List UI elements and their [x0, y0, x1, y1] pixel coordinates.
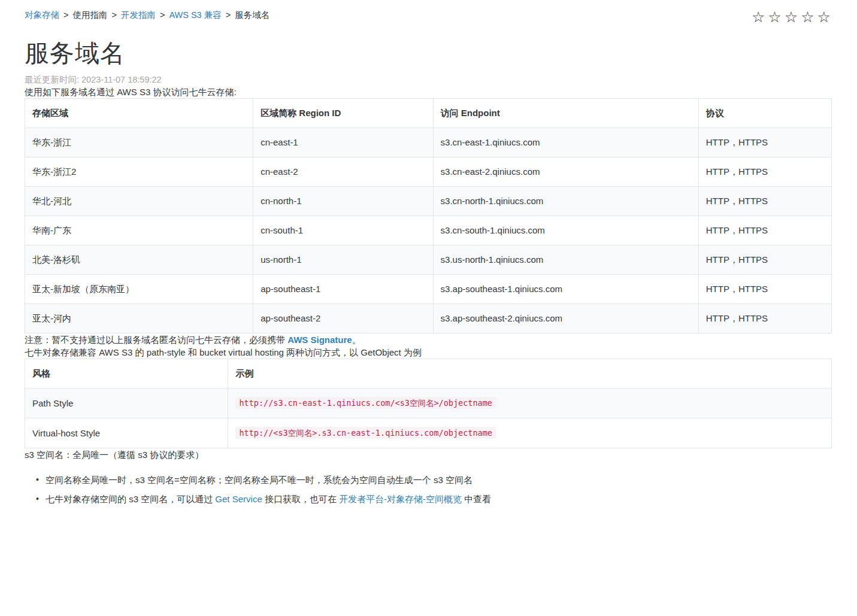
region-cell: 亚太-河内 — [25, 304, 253, 333]
region-cell: 亚太-新加坡（原东南亚） — [25, 275, 253, 304]
style-example-cell: http://<s3空间名>.s3.cn-east-1.qiniucs.com/… — [228, 418, 832, 448]
region-cell: 华东-浙江2 — [25, 157, 253, 187]
breadcrumb-item-current-page: 服务域名 — [235, 10, 269, 20]
endpoint-cell: s3.cn-north-1.qiniucs.com — [433, 187, 698, 216]
note-suffix: 。 — [352, 335, 361, 345]
region-id-cell: cn-east-2 — [253, 157, 433, 187]
protocol-cell: HTTP，HTTPS — [698, 304, 831, 333]
endpoint-cell: s3.cn-south-1.qiniucs.com — [433, 216, 698, 245]
endpoint-cell: s3.ap-southeast-2.qiniucs.com — [433, 304, 698, 333]
note-text: 注意：暂不支持通过以上服务域名匿名访问七牛云存储，必须携带 — [25, 335, 287, 345]
protocol-cell: HTTP，HTTPS — [698, 128, 831, 157]
regions-table-header-row: 存储区域 区域简称 Region ID 访问 Endpoint 协议 — [25, 99, 832, 128]
breadcrumb: 对象存储>使用指南>开发指南>AWS S3 兼容>服务域名 — [25, 8, 269, 22]
table-row: Virtual-host Style http://<s3空间名>.s3.cn-… — [25, 418, 832, 448]
styles-table-header-row: 风格 示例 — [25, 359, 832, 389]
region-cell: 华北-河北 — [25, 187, 253, 216]
column-header-style: 风格 — [25, 359, 228, 389]
table-row: 华南-广东 cn-south-1 s3.cn-south-1.qiniucs.c… — [25, 216, 832, 245]
topbar: 对象存储>使用指南>开发指南>AWS S3 兼容>服务域名 ☆ ☆ ☆ ☆ ☆ — [25, 8, 832, 25]
region-cell: 华东-浙江 — [25, 128, 253, 157]
notes-list: 空间名称全局唯一时，s3 空间名=空间名称；空间名称全局不唯一时，系统会为空间自… — [25, 474, 832, 505]
protocol-cell: HTTP，HTTPS — [698, 216, 831, 245]
star-icon[interactable]: ☆ — [768, 10, 781, 25]
protocol-cell: HTTP，HTTPS — [698, 187, 831, 216]
endpoint-cell: s3.ap-southeast-1.qiniucs.com — [433, 275, 698, 304]
star-icon[interactable]: ☆ — [785, 10, 798, 25]
table-row: 华东-浙江 cn-east-1 s3.cn-east-1.qiniucs.com… — [25, 128, 832, 157]
bullet-text: 空间名称全局唯一时，s3 空间名=空间名称；空间名称全局不唯一时，系统会为空间自… — [46, 475, 473, 485]
column-header-endpoint: 访问 Endpoint — [433, 99, 698, 128]
region-id-cell: us-north-1 — [253, 245, 433, 275]
style-name-cell: Virtual-host Style — [25, 418, 228, 448]
breadcrumb-link-dev-guide[interactable]: 开发指南 — [121, 10, 156, 20]
url-code-snippet: http://s3.cn-east-1.qiniucs.com/<s3空间名>/… — [235, 397, 496, 409]
star-icon[interactable]: ☆ — [817, 10, 831, 25]
breadcrumb-separator: > — [63, 10, 68, 20]
s3-name-note: s3 空间名：全局唯一（遵循 s3 协议的要求） — [25, 448, 832, 461]
updated-timestamp: 最近更新时间: 2023-11-07 18:59:22 — [25, 74, 832, 86]
portal-bucket-overview-link[interactable]: 开发者平台-对象存储-空间概览 — [339, 494, 462, 504]
region-id-cell: cn-north-1 — [253, 187, 433, 216]
protocol-cell: HTTP，HTTPS — [698, 157, 831, 187]
region-cell: 北美-洛杉矶 — [25, 245, 253, 275]
aws-signature-link[interactable]: AWS Signature — [287, 335, 352, 345]
breadcrumb-link-object-storage[interactable]: 对象存储 — [25, 10, 59, 20]
table-row: 华北-河北 cn-north-1 s3.cn-north-1.qiniucs.c… — [25, 187, 832, 216]
region-id-cell: ap-southeast-1 — [253, 275, 433, 304]
region-id-cell: cn-east-1 — [253, 128, 433, 157]
styles-intro-paragraph: 七牛对象存储兼容 AWS S3 的 path-style 和 bucket vi… — [25, 346, 832, 359]
table-row: 亚太-河内 ap-southeast-2 s3.ap-southeast-2.q… — [25, 304, 832, 333]
bullet-text: 中查看 — [462, 494, 491, 504]
region-id-cell: cn-south-1 — [253, 216, 433, 245]
column-header-protocol: 协议 — [698, 99, 831, 128]
rating-stars: ☆ ☆ ☆ ☆ ☆ — [752, 8, 832, 25]
list-item: 七牛对象存储空间的 s3 空间名，可以通过 Get Service 接口获取，也… — [46, 493, 832, 505]
column-header-region: 存储区域 — [25, 99, 253, 128]
get-service-link[interactable]: Get Service — [215, 494, 262, 504]
table-row: Path Style http://s3.cn-east-1.qiniucs.c… — [25, 389, 832, 418]
breadcrumb-item-user-guide: 使用指南 — [72, 10, 107, 20]
column-header-example: 示例 — [228, 359, 832, 389]
doc-page: 对象存储>使用指南>开发指南>AWS S3 兼容>服务域名 ☆ ☆ ☆ ☆ ☆ … — [0, 0, 857, 616]
list-item: 空间名称全局唯一时，s3 空间名=空间名称；空间名称全局不唯一时，系统会为空间自… — [46, 474, 832, 486]
star-icon[interactable]: ☆ — [752, 10, 765, 25]
url-code-snippet: http://<s3空间名>.s3.cn-east-1.qiniucs.com/… — [235, 427, 496, 439]
regions-table: 存储区域 区域简称 Region ID 访问 Endpoint 协议 华东-浙江… — [25, 98, 832, 333]
endpoint-cell: s3.us-north-1.qiniucs.com — [433, 245, 698, 275]
table-row: 华东-浙江2 cn-east-2 s3.cn-east-2.qiniucs.co… — [25, 157, 832, 187]
page-title: 服务域名 — [25, 39, 832, 68]
column-header-region-id: 区域简称 Region ID — [253, 99, 433, 128]
breadcrumb-separator: > — [160, 10, 165, 20]
table-row: 北美-洛杉矶 us-north-1 s3.us-north-1.qiniucs.… — [25, 245, 832, 275]
star-icon[interactable]: ☆ — [801, 10, 814, 25]
breadcrumb-separator: > — [226, 10, 231, 20]
bullet-text: 七牛对象存储空间的 s3 空间名，可以通过 — [46, 494, 215, 504]
protocol-cell: HTTP，HTTPS — [698, 275, 831, 304]
endpoint-cell: s3.cn-east-1.qiniucs.com — [433, 128, 698, 157]
breadcrumb-link-aws-s3-compat[interactable]: AWS S3 兼容 — [169, 10, 221, 20]
style-name-cell: Path Style — [25, 389, 228, 418]
signature-note: 注意：暂不支持通过以上服务域名匿名访问七牛云存储，必须携带 AWS Signat… — [25, 333, 832, 346]
styles-table: 风格 示例 Path Style http://s3.cn-east-1.qin… — [25, 359, 832, 448]
breadcrumb-separator: > — [111, 10, 116, 20]
bullet-text: 接口获取，也可在 — [262, 494, 339, 504]
region-id-cell: ap-southeast-2 — [253, 304, 433, 333]
region-cell: 华南-广东 — [25, 216, 253, 245]
table-row: 亚太-新加坡（原东南亚） ap-southeast-1 s3.ap-southe… — [25, 275, 832, 304]
protocol-cell: HTTP，HTTPS — [698, 245, 831, 275]
intro-paragraph: 使用如下服务域名通过 AWS S3 协议访问七牛云存储: — [25, 86, 832, 98]
style-example-cell: http://s3.cn-east-1.qiniucs.com/<s3空间名>/… — [228, 389, 832, 418]
endpoint-cell: s3.cn-east-2.qiniucs.com — [433, 157, 698, 187]
